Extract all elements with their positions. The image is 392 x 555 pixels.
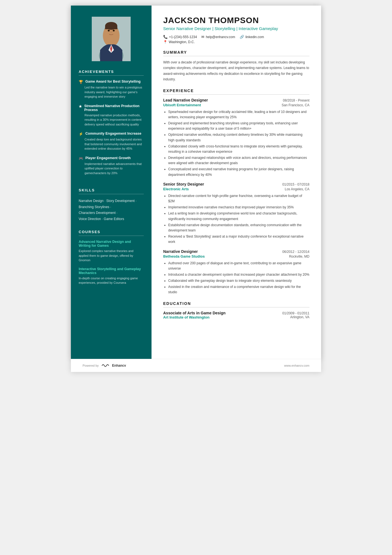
job-1-bullets: Spearheaded narrative design for critica… xyxy=(163,109,309,177)
edu-1-sub: Art Institute of Washington Arlington, V… xyxy=(163,315,309,319)
svg-point-8 xyxy=(113,30,115,31)
job-3-location: Rockville, MD xyxy=(289,255,309,258)
sidebar: ACHIEVEMENTS 🏆 Game Award for Best Story… xyxy=(71,6,152,359)
skill-1: Narrative Design · Story Development · xyxy=(79,198,144,204)
course-1-desc: Explored complex narrative theories and … xyxy=(79,249,144,263)
job-3-date: 06/2012 - 12/2014 xyxy=(282,250,309,254)
location-icon: 📍 xyxy=(163,40,167,44)
candidate-name: JACKSON THOMPSON xyxy=(163,16,309,25)
job-2-bullet-1: Directed narrative content for high-prof… xyxy=(168,193,309,204)
skills-list: Narrative Design · Story Development · B… xyxy=(79,198,144,222)
job-2-header: Senior Story Designer 01/2015 - 07/2018 xyxy=(163,182,309,186)
job-3-company: Bethesda Game Studios xyxy=(163,254,205,258)
course-1: Advanced Narrative Design and Writing fo… xyxy=(79,240,144,263)
footer: Powered by Enhancv www.enhancv.com xyxy=(71,359,321,372)
phone-contact: 📞 +1-(234)-555-1234 xyxy=(163,35,197,39)
achievement-3-desc: Created deep lore and background stories… xyxy=(85,137,144,151)
linkedin-contact: 🔗 linkedin.com xyxy=(240,35,264,39)
email-contact: ✉ help@enhancv.com xyxy=(201,35,235,39)
achievements-section: ACHIEVEMENTS 🏆 Game Award for Best Story… xyxy=(71,70,152,180)
job-2-title: Senior Story Designer xyxy=(163,182,204,186)
achievement-1-title: 🏆 Game Award for Best Storytelling xyxy=(79,80,144,84)
skill-4: Voice Direction · Game Editors xyxy=(79,216,144,222)
courses-title: COURSES xyxy=(79,230,144,236)
job-1-bullet-1: Spearheaded narrative design for critica… xyxy=(168,109,309,120)
link-icon: 🔗 xyxy=(240,35,244,39)
job-1-bullet-2: Designed and implemented branching story… xyxy=(168,121,309,131)
achievements-title: ACHIEVEMENTS xyxy=(79,70,144,76)
email-icon: ✉ xyxy=(201,35,204,39)
achievement-2: ★ Streamlined Narrative Production Proce… xyxy=(79,104,144,127)
achievement-4: 🎮 Player Engagement Growth Implemented n… xyxy=(79,156,144,176)
job-1-date: 08/2018 - Present xyxy=(283,98,309,102)
gamepad-icon: 🎮 xyxy=(79,156,83,161)
summary-section-title: SUMMARY xyxy=(163,50,309,56)
edu-1-degree: Associate of Arts in Game Design xyxy=(163,311,225,315)
job-1-sub: Ubisoft Entertainment San Francisco, CA xyxy=(163,103,309,107)
candidate-title: Senior Narrative Designer | Storytelling… xyxy=(163,26,309,31)
footer-logo: Powered by Enhancv xyxy=(83,363,126,368)
email-value: help@enhancv.com xyxy=(206,35,235,39)
job-2-location: Los Angeles, CA xyxy=(285,187,309,191)
job-3-header: Narrative Designer 06/2012 - 12/2014 xyxy=(163,249,309,254)
job-3-bullet-2: Introduced a character development syste… xyxy=(168,272,309,277)
achievement-2-desc: Revamped narrative production methods, r… xyxy=(85,113,144,127)
linkedin-value: linkedin.com xyxy=(245,35,264,39)
course-2-title: Interactive Storytelling and Gameplay Me… xyxy=(79,267,144,275)
skills-title: SKILLS xyxy=(79,188,144,194)
course-1-title: Advanced Narrative Design and Writing fo… xyxy=(79,240,144,248)
edu-1-date: 01/2009 - 01/2011 xyxy=(282,311,309,315)
skills-section: SKILLS Narrative Design · Story Developm… xyxy=(71,188,152,222)
job-2-date: 01/2015 - 07/2018 xyxy=(282,182,309,186)
edu-1-school: Art Institute of Washington xyxy=(163,315,209,319)
achievement-3: ⚡ Community Engagement Increase Created … xyxy=(79,132,144,151)
job-1-bullet-6: Conceptualized and executed narrative tr… xyxy=(168,167,309,177)
job-2-bullet-4: Established narrative design documentati… xyxy=(168,223,309,233)
lightning-icon: ⚡ xyxy=(79,132,83,136)
svg-point-7 xyxy=(108,30,110,31)
svg-rect-6 xyxy=(105,26,117,29)
job-3-bullet-4: Assisted in the creation and maintenance… xyxy=(168,284,309,295)
profile-photo xyxy=(92,17,131,61)
summary-text: With over a decade of professional narra… xyxy=(163,60,309,82)
job-3-title: Narrative Designer xyxy=(163,249,198,254)
job-1-company: Ubisoft Entertainment xyxy=(163,103,201,107)
achievement-4-desc: Implemented narrative advancements that … xyxy=(85,162,144,176)
courses-section: COURSES Advanced Narrative Design and Wr… xyxy=(71,230,152,290)
skill-3: Characters Development · xyxy=(79,210,144,216)
job-2-bullet-3: Led a writing team in developing compreh… xyxy=(168,211,309,221)
edu-1-location: Arlington, VA xyxy=(290,315,309,319)
phone-icon: 📞 xyxy=(163,35,168,39)
job-1-title: Lead Narrative Designer xyxy=(163,98,208,102)
phone-value: +1-(234)-555-1234 xyxy=(169,35,197,39)
trophy-icon: 🏆 xyxy=(79,80,83,84)
job-1-location: San Francisco, CA xyxy=(282,103,309,107)
job-2-bullets: Directed narrative content for high-prof… xyxy=(163,193,309,245)
course-2: Interactive Storytelling and Gameplay Me… xyxy=(79,267,144,285)
job-3-sub: Bethesda Game Studios Rockville, MD xyxy=(163,254,309,258)
star-icon: ★ xyxy=(79,104,82,108)
course-2-desc: In-depth course on creating engaging gam… xyxy=(79,276,144,285)
job-2-sub: Electronic Arts Los Angeles, CA xyxy=(163,187,309,191)
footer-url: www.enhancv.com xyxy=(284,364,309,367)
achievement-4-title: 🎮 Player Engagement Growth xyxy=(79,156,144,161)
job-1-bullet-5: Developed and managed relationships with… xyxy=(168,155,309,166)
experience-section-title: EXPERIENCE xyxy=(163,88,309,95)
location-row: 📍 Washington, D.C. xyxy=(163,40,309,44)
achievement-3-title: ⚡ Community Engagement Increase xyxy=(79,132,144,136)
achievement-1: 🏆 Game Award for Best Storytelling Led t… xyxy=(79,80,144,99)
contact-row: 📞 +1-(234)-555-1234 ✉ help@enhancv.com 🔗… xyxy=(163,35,309,39)
footer-brand: Enhancv xyxy=(112,364,126,367)
job-3-bullet-1: Authored over 200 pages of dialogue and … xyxy=(168,261,309,271)
location-value: Washington, D.C. xyxy=(169,40,195,44)
job-3-bullet-3: Collaborated with the gameplay design te… xyxy=(168,278,309,283)
edu-1-header: Associate of Arts in Game Design 01/2009… xyxy=(163,311,309,315)
job-3-bullets: Authored over 200 pages of dialogue and … xyxy=(163,261,309,295)
main-content: JACKSON THOMPSON Senior Narrative Design… xyxy=(152,6,321,359)
powered-by-text: Powered by xyxy=(83,364,99,367)
education-section-title: EDUCATION xyxy=(163,301,309,307)
job-1-header: Lead Narrative Designer 08/2018 - Presen… xyxy=(163,98,309,102)
achievement-1-desc: Led the narrative team to win a prestigi… xyxy=(85,85,144,99)
job-2-bullet-2: Implemented innovative narrative mechani… xyxy=(168,205,309,210)
job-1-bullet-4: Collaborated closely with cross-function… xyxy=(168,144,309,154)
